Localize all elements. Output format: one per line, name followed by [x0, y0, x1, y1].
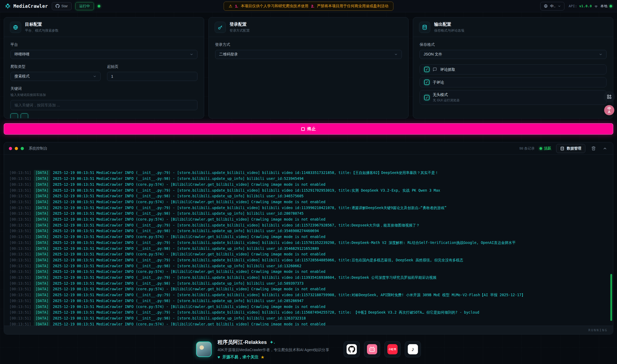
- author-bio: 40K开源项目MediaCrawler作者，专注爬虫技术和AI Agent知识分…: [218, 348, 329, 352]
- log-message: 2025-12-19 00:13:51 MediaCrawler INFO (_…: [53, 246, 319, 251]
- log-line: [00:13:51][DATA]2025-12-19 00:13:51 Medi…: [9, 193, 608, 199]
- start-page-input[interactable]: [107, 72, 197, 81]
- log-message: 2025-12-19 00:13:51 MediaCrawler INFO (_…: [53, 258, 463, 262]
- log-line: [00:13:51][DATA]2025-12-19 00:13:51 Medi…: [9, 315, 608, 321]
- crawl-type-label: 爬取类型: [10, 64, 101, 69]
- github-link[interactable]: [344, 341, 360, 357]
- terminate-button[interactable]: 终止: [4, 123, 613, 135]
- log-level-badge: [DATA]: [34, 246, 50, 252]
- active-label: 活跃: [544, 146, 551, 151]
- option-sublabel: 无 GUI 运行浏览器: [433, 98, 460, 103]
- log-line: [00:13:51][DATA]2025-12-19 00:13:51 Medi…: [9, 228, 608, 234]
- system-console: 系统控制台 98 条记录 活跃 数据管理 [00:: [4, 142, 613, 335]
- log-timestamp: [00:13:51]: [9, 206, 31, 210]
- database-icon: [560, 146, 564, 151]
- language-selector[interactable]: 中..: [540, 2, 564, 10]
- log-level-badge: [DATA]: [34, 251, 50, 257]
- target-config-header: 目标配置 平台、模式与搜索参数: [4, 17, 204, 37]
- login-method-label: 登录方式: [215, 42, 402, 47]
- chevron-down-icon: [93, 75, 97, 78]
- clear-logs-button[interactable]: [590, 145, 597, 152]
- save-format-select[interactable]: JSON 文件: [420, 50, 607, 59]
- chevron-down-icon: [394, 53, 398, 56]
- output-config-panel: 输出配置 保存格式与评论选项 保存格式 JSON 文件 ✓: [413, 17, 613, 118]
- log-timestamp: [00:13:51]: [9, 304, 31, 309]
- log-timestamp: [00:13:51]: [9, 264, 31, 268]
- douyin-icon: ♪: [408, 344, 418, 354]
- app-title: MediaCrawler: [13, 3, 48, 9]
- console-title: 系统控制台: [29, 146, 47, 151]
- log-level-badge: [DATA]: [34, 304, 50, 310]
- bilibili-link[interactable]: [364, 341, 380, 357]
- translate-fab[interactable]: 中A: [604, 105, 614, 115]
- log-message: 2025-12-19 00:13:51 MediaCrawler INFO (c…: [53, 252, 325, 256]
- chevron-down-icon: [599, 53, 603, 56]
- log-message: 2025-12-19 00:13:51 MediaCrawler INFO (c…: [53, 182, 325, 187]
- log-level-badge: [DATA]: [34, 310, 50, 315]
- log-message: 2025-12-19 00:13:51 MediaCrawler INFO (_…: [53, 264, 302, 268]
- douyin-link[interactable]: ♪: [405, 341, 421, 357]
- chevron-up-icon: [603, 146, 607, 151]
- globe-icon: [10, 22, 21, 33]
- collapse-console-button[interactable]: [602, 145, 608, 152]
- log-line: [00:13:51][DATA]2025-12-19 00:13:51 Medi…: [9, 222, 608, 228]
- log-line: [00:13:51][DATA]2025-12-19 00:13:51 Medi…: [9, 234, 608, 240]
- active-status: 活跃: [539, 146, 551, 151]
- log-timestamp: [00:13:51]: [9, 194, 31, 198]
- output-option-row[interactable]: ✓ 子评论: [420, 77, 607, 87]
- star-button[interactable]: Star: [52, 2, 72, 10]
- log-level-badge: [DATA]: [34, 298, 50, 304]
- log-line: [00:13:51][DATA]2025-12-19 00:13:51 Medi…: [9, 240, 608, 246]
- login-method-select[interactable]: 二维码登录: [215, 50, 402, 59]
- checkbox-checked-icon[interactable]: ✓: [424, 80, 429, 85]
- log-message: 2025-12-19 00:13:51 MediaCrawler INFO (c…: [53, 322, 325, 326]
- login-method-value: 二维码登录: [219, 52, 238, 57]
- author-avatar: [196, 341, 212, 357]
- platform-select[interactable]: 哔哩哔哩: [10, 50, 197, 59]
- log-line: [00:13:51][DATA]2025-12-19 00:13:51 Medi…: [9, 182, 608, 188]
- log-timestamp: [00:13:51]: [9, 269, 31, 274]
- log-line: [00:13:51][DATA]2025-12-19 00:13:51 Medi…: [9, 170, 608, 176]
- keyword-tags: [10, 113, 197, 118]
- target-config-body: 平台 哔哩哔哩 爬取类型 搜索模式: [4, 37, 204, 118]
- api-status: API: v1.0.0 本地: [569, 4, 612, 9]
- output-option-row[interactable]: ✓ 评论抓取: [420, 64, 607, 75]
- checkbox-checked-icon[interactable]: ✓: [424, 67, 429, 72]
- log-level-badge: [DATA]: [34, 315, 50, 321]
- warning-number-1: 1.: [235, 4, 238, 8]
- log-message: 2025-12-19 00:13:51 MediaCrawler INFO (c…: [53, 269, 325, 274]
- keywords-hint: 输入关键词后按回车添加: [10, 93, 197, 97]
- keyword-tag[interactable]: [10, 113, 18, 118]
- log-message: 2025-12-19 00:13:51 MediaCrawler INFO (c…: [53, 304, 325, 309]
- crawl-type-select[interactable]: 搜索模式: [10, 72, 101, 81]
- log-message: 2025-12-19 00:13:51 MediaCrawler INFO (c…: [53, 217, 325, 221]
- heart-icon: ♥: [218, 355, 220, 360]
- log-line: [00:13:51][DATA]2025-12-19 00:13:51 Medi…: [9, 275, 608, 281]
- api-location: 本地: [600, 4, 607, 9]
- follow-text: 开源不易，求个关注: [222, 355, 258, 360]
- console-header: 系统控制台 98 条记录 活跃 数据管理: [4, 142, 613, 155]
- log-timestamp: [00:13:51]: [9, 176, 31, 181]
- star-icon: ★: [260, 355, 264, 360]
- panel-subtitle: 平台、模式与搜索参数: [25, 28, 58, 33]
- log-level-badge: [DATA]: [34, 193, 50, 199]
- keyword-tag[interactable]: [21, 113, 28, 118]
- console-log-area[interactable]: [00:13:51][DATA]2025-12-19 00:13:51 Medi…: [4, 155, 613, 326]
- log-level-badge: [DATA]: [34, 292, 50, 298]
- output-option-row[interactable]: ✓ 无头模式 无 GUI 运行浏览器: [420, 90, 607, 105]
- platform-label: 平台: [10, 42, 197, 47]
- log-level-badge: [DATA]: [34, 240, 50, 246]
- log-timestamp: [00:13:51]: [9, 281, 31, 285]
- log-line: [00:13:51][DATA]2025-12-19 00:13:51 Medi…: [9, 251, 608, 257]
- warning-icon: ⚠: [229, 4, 232, 9]
- login-config-panel: 登录配置 登录方式配置 登录方式 二维码登录: [208, 17, 409, 118]
- translate-icon: 中A: [608, 107, 611, 114]
- log-message: 2025-12-19 00:13:51 MediaCrawler INFO (_…: [53, 176, 304, 181]
- checkbox-checked-icon[interactable]: ✓: [424, 95, 429, 100]
- console-scrollbar-thumb[interactable]: [610, 274, 612, 321]
- data-manage-button[interactable]: 数据管理: [556, 144, 585, 153]
- extension-widget-button[interactable]: [604, 91, 615, 102]
- keywords-input[interactable]: [10, 100, 197, 110]
- bug-icon: [5, 3, 11, 9]
- xiaohongshu-link[interactable]: 小红书: [384, 341, 401, 357]
